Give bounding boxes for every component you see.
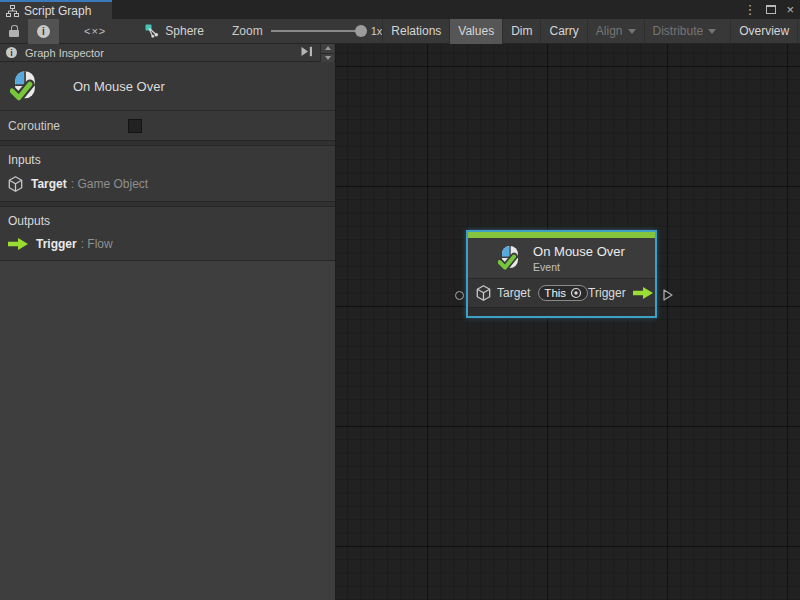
input-port-name: Target [31,177,67,191]
panel-scroll-spinner [320,44,334,62]
zoom-label: Zoom [232,24,263,38]
zoom-control: Zoom 1x [232,24,382,38]
graph-reference[interactable]: Sphere [145,24,204,38]
scroll-down-icon [325,56,331,60]
node-header: On Mouse Over Event [468,238,655,278]
selected-unit-header: On Mouse Over [0,62,335,111]
scroll-down-button[interactable] [321,53,334,63]
node-footer [468,307,655,316]
tab-label: Script Graph [24,4,91,18]
node-input-group: Target This [476,285,588,301]
outputs-section: Outputs Trigger : Flow [0,207,335,261]
output-port-name: Trigger [36,237,77,251]
on-mouse-over-node[interactable]: On Mouse Over Event Target This [466,230,657,318]
node-subtitle: Event [533,261,625,273]
mouse-check-icon [498,245,522,271]
dock-button[interactable] [301,46,313,59]
lock-icon [9,25,19,37]
zoom-slider[interactable] [271,25,365,37]
graph-hierarchy-icon [6,5,19,17]
target-picker-icon[interactable] [570,287,582,299]
node-port-row: Target This Trigger [468,278,655,307]
distribute-dropdown[interactable]: Distribute [644,19,725,44]
output-port-type: : Flow [81,237,113,251]
input-port-type: : Game Object [71,177,148,191]
values-button[interactable]: Values [449,19,502,44]
lock-button[interactable] [0,19,28,44]
node-output-group: Trigger [588,286,653,300]
overview-button[interactable]: Overview [730,19,797,44]
inspector-toggle-button[interactable]: i [28,19,59,44]
inputs-title: Inputs [8,153,335,167]
chevron-down-icon [708,29,716,34]
script-graph-window: Script Graph ⋮ × i <×> Sphere [0,0,800,600]
toolbar-button-group: Relations Values Dim Carry Align Distrib… [382,19,800,44]
zoom-slider-knob[interactable] [355,25,367,37]
outputs-title: Outputs [8,214,335,228]
inspector-header: i Graph Inspector [0,44,335,62]
carry-button[interactable]: Carry [540,19,586,44]
titlebar: Script Graph ⋮ × [0,0,800,19]
cube-icon [476,285,491,301]
mouse-check-icon [10,70,40,102]
tab-script-graph[interactable]: Script Graph [0,0,112,19]
node-output-label: Trigger [588,286,626,300]
dim-button[interactable]: Dim [502,19,540,44]
graph-name-label: Sphere [165,24,204,38]
output-port-row: Trigger : Flow [0,237,335,251]
inputs-section: Inputs Target : Game Object [0,146,335,202]
code-icon: <×> [84,25,106,37]
graph-canvas[interactable]: On Mouse Over Event Target This [336,44,800,600]
chevron-down-icon [628,29,636,34]
scroll-up-icon [325,46,331,50]
graph-inspector-panel: i Graph Inspector [0,44,336,600]
info-icon: i [6,47,17,58]
target-value-field[interactable]: This [538,285,588,301]
coroutine-row: Coroutine [0,111,335,141]
graph-asset-icon [145,24,159,38]
flow-arrow-icon [8,238,28,250]
info-icon: i [37,25,50,38]
node-title: On Mouse Over [533,244,625,259]
pin-icon [301,46,313,57]
target-value: This [544,287,566,299]
zoom-value: 1x [371,25,383,37]
toolbar: i <×> Sphere Zoom 1x Relations Values [0,19,800,44]
maximize-icon[interactable] [766,5,776,14]
align-dropdown[interactable]: Align [587,19,644,44]
coroutine-checkbox[interactable] [128,119,142,133]
inspector-empty-area [0,261,335,600]
input-circle-port[interactable] [455,291,464,300]
node-input-label: Target [497,286,530,300]
content-area: i Graph Inspector [0,44,800,600]
output-triangle-port[interactable] [663,289,673,301]
window-controls: ⋮ × [743,0,794,19]
flow-arrow-icon[interactable] [633,287,653,299]
cube-icon [8,176,23,192]
code-preview-button[interactable]: <×> [75,19,115,44]
scroll-up-button[interactable] [321,44,334,53]
unit-title: On Mouse Over [73,79,165,94]
input-port-row: Target : Game Object [0,176,335,192]
relations-button[interactable]: Relations [382,19,449,44]
coroutine-label: Coroutine [8,119,60,133]
close-icon[interactable]: × [786,0,794,19]
menu-icon[interactable]: ⋮ [743,0,756,19]
zoom-slider-track [271,30,365,32]
inspector-title: Graph Inspector [25,47,104,59]
